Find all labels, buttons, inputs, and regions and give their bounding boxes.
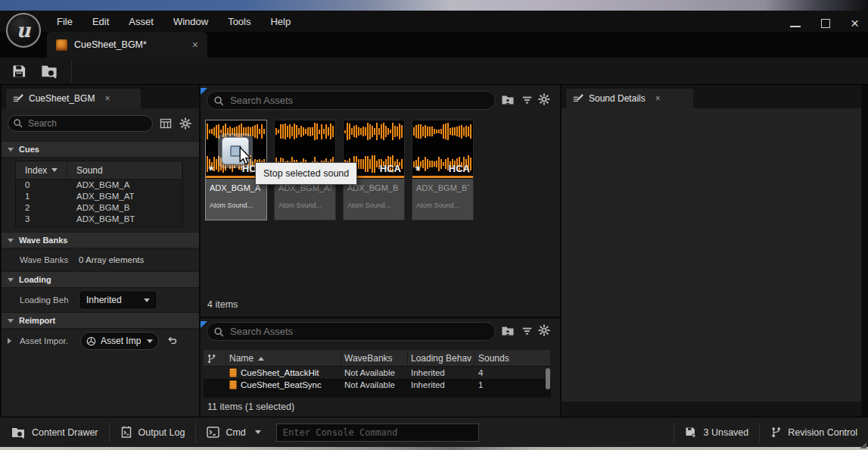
cell-sound: ADX_BGM_AT [67,191,182,202]
content-drawer-button[interactable]: Content Drawer [0,417,109,448]
sound-details-body [562,108,861,402]
save-all-folder-icon[interactable] [500,92,515,108]
chevron-down-icon [8,319,14,323]
filter-icon[interactable] [519,323,534,339]
column-label: Loading Behav [411,353,471,364]
section-header-loading[interactable]: Loading [2,271,199,288]
asset-name: ADX_BGM_BT [416,183,469,192]
revision-control-button[interactable]: Revision Control [760,417,868,448]
chevron-right-icon[interactable] [8,338,11,344]
save-star-icon [685,427,698,439]
cell-wavebanks: Not Available [341,380,408,389]
button-label: 3 Unsaved [704,427,749,438]
section-header-cues[interactable]: Cues [2,141,199,158]
item-count-status: 4 items [207,299,238,310]
property-label: Loading Beh... [2,295,68,305]
console-command-input[interactable] [276,423,479,442]
asset-tile-adx-bgm-bt[interactable]: * HCA ADX_BGM_BT Atom Sound... [412,120,474,220]
section-label: Wave Banks [19,236,67,245]
cell-index: 3 [16,214,67,225]
save-button[interactable] [9,62,29,80]
column-view-icon[interactable] [160,117,172,130]
output-log-icon [120,426,132,439]
close-icon[interactable]: × [104,93,110,104]
content-drawer-icon [11,426,26,439]
toolbar-separator [71,61,72,82]
output-log-button[interactable]: Output Log [110,417,196,448]
save-all-folder-icon[interactable] [500,323,515,339]
search-icon [213,95,224,106]
column-header-wavebanks[interactable]: WaveBanks [341,350,408,367]
section-label: Loading [19,275,51,284]
asset-type: Atom Sound... [210,202,263,209]
menu-item-window[interactable]: Window [163,16,218,27]
cuesheet-list-browser: Name WaveBanks Loading Behav Sounds [201,318,560,417]
menu-item-tools[interactable]: Tools [218,16,260,27]
asset-type: Atom Sound... [278,202,331,209]
status-bar-right: 3 Unsaved Revision Control [674,417,868,448]
maximize-button[interactable] [821,19,830,28]
mouse-cursor [238,146,252,166]
chevron-down-icon [255,430,261,434]
menu-item-help[interactable]: Help [260,16,300,27]
tab-cuesheet-bgm[interactable]: CueSheet_BGM × [6,89,141,108]
search-icon [213,327,224,337]
revision-column-icon[interactable] [204,350,226,367]
search-input[interactable] [8,115,153,132]
cell-sound: ADX_BGM_B [67,202,182,214]
column-header-sound[interactable]: Sound [67,161,182,179]
reset-undo-icon[interactable] [166,336,178,346]
tab-sound-details[interactable]: Sound Details × [566,89,693,108]
cuesheet-list: CueSheet_AttackHit Not Available Inherit… [204,367,551,398]
table-row[interactable]: 2 ADX_BGM_B [16,202,182,214]
left-tab-title: CueSheet_BGM [29,93,95,104]
browse-to-asset-button[interactable] [39,62,59,80]
settings-gear-icon[interactable] [537,92,552,107]
close-icon[interactable]: × [655,93,661,104]
button-label: Revision Control [788,427,857,438]
cmd-dropdown[interactable]: Cmd [196,417,271,448]
column-header-index[interactable]: Index [16,161,67,179]
menu-item-edit[interactable]: Edit [82,16,119,27]
codec-badge: HCA [449,163,470,174]
close-icon[interactable]: × [192,39,198,51]
unsaved-assets-button[interactable]: 3 Unsaved [674,417,760,448]
details-pencil-icon [13,93,23,104]
property-value: 0 Array elements [68,255,144,264]
settings-gear-icon[interactable] [537,323,552,338]
cues-table-header: Index Sound [16,161,182,180]
cues-table: Index Sound 0 ADX_BGM_A 1 ADX_BGM_AT 2 A… [15,161,183,227]
column-header-loading[interactable]: Loading Behav [408,350,475,367]
waveform-thumbnail: * HCA [412,120,473,178]
search-assets-input[interactable] [207,91,496,110]
minimize-button[interactable] [790,26,801,27]
scrollbar-thumb[interactable] [546,368,550,389]
column-header-sounds[interactable]: Sounds [475,350,551,367]
tile-label-area: ADX_BGM_B Atom Sound... [344,179,404,220]
loading-behavior-dropdown[interactable]: Inherited [80,292,156,308]
menu-item-asset[interactable]: Asset [119,16,163,27]
section-header-wave-banks[interactable]: Wave Banks [2,232,199,248]
menu-item-file[interactable]: File [47,16,82,27]
filter-icon[interactable] [519,92,534,108]
folder-search-icon [40,63,58,80]
search-assets-input[interactable] [207,322,496,341]
column-header-name[interactable]: Name [226,350,341,367]
list-item-beatsync[interactable]: CueSheet_BeatSync Not Available Inherite… [204,379,551,391]
cell-index: 1 [16,191,67,202]
sort-ascending-icon [258,357,264,361]
table-row[interactable]: 1 ADX_BGM_AT [16,191,182,202]
settings-gear-icon[interactable] [179,117,191,130]
list-item-attackhit[interactable]: CueSheet_AttackHit Not Available Inherit… [204,367,551,379]
asset-import-dropdown[interactable]: Asset Imp [80,332,159,350]
table-row[interactable]: 3 ADX_BGM_BT [16,214,182,225]
close-button[interactable]: × [851,18,859,29]
section-header-reimport[interactable]: Reimport [2,312,199,329]
cell-loading: Inherited [408,368,475,377]
favorite-star-icon: * [415,167,421,175]
window-resize-grip[interactable] [860,442,866,448]
document-tab-cuesheet-bgm[interactable]: CueSheet_BGM* × [47,32,207,58]
column-divider [74,289,75,311]
wave-banks-property-row: Wave Banks 0 Array elements [2,250,199,270]
table-row[interactable]: 0 ADX_BGM_A [16,180,182,191]
